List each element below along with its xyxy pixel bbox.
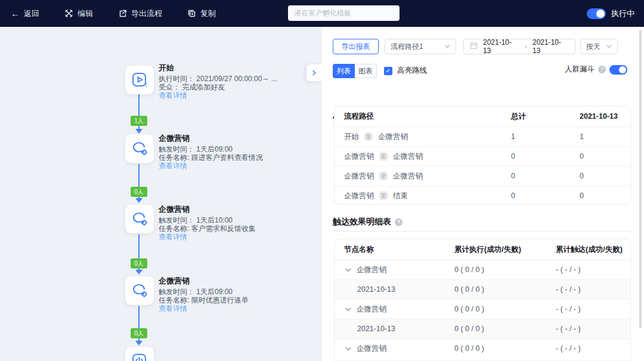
table-row[interactable]: 企微营销 0 ( 0 / 0 ) - ( - / - ) — [335, 260, 630, 279]
cell-exec: 0 ( 0 / 0 ) — [454, 344, 556, 353]
cell-touch: - ( - / - ) — [556, 305, 630, 313]
path-to: 企微营销 — [393, 152, 423, 162]
flow-name-input[interactable] — [288, 5, 400, 21]
audience-count-badge: 0人 — [131, 328, 147, 338]
view-detail-link[interactable]: 查看详情 — [159, 305, 314, 313]
path-to: 结束 — [393, 191, 408, 201]
connector-arrow-icon — [135, 129, 143, 134]
chat-bubble-icon — [131, 210, 148, 228]
view-detail-link[interactable]: 查看详情 — [159, 92, 314, 100]
cell-total: 1 — [511, 132, 580, 141]
cell-touch: - ( - / - ) — [556, 344, 630, 353]
copy-icon — [187, 9, 196, 18]
divider — [333, 231, 632, 232]
vertical-scrollbar[interactable] — [639, 30, 642, 328]
table-row[interactable]: 开始 至 企微营销 1 1 — [335, 126, 630, 146]
to-badge: 至 — [364, 132, 373, 141]
flow-canvas: 1人 0人 0人 0人 开始 执行时间： 2021/09/27 00:00:00… — [0, 27, 322, 361]
table-row[interactable]: 企微营销 至 结束 0 0 — [335, 186, 630, 205]
view-detail-link[interactable]: 查看详情 — [159, 233, 314, 241]
audience-count-badge: 1人 — [131, 116, 147, 126]
start-node[interactable] — [125, 66, 154, 94]
col-node-name: 节点名称 — [344, 245, 454, 255]
flow-path-value: 流程路径1 — [391, 42, 423, 52]
panel-collapse-handle[interactable] — [306, 64, 322, 81]
col-touch: 累计触达(成功/失败) — [556, 245, 630, 255]
node-title: 企微营销 — [159, 276, 314, 286]
date-separator: - — [525, 42, 527, 51]
date-start-value: 2021-10-13 — [483, 38, 519, 55]
audience-count-badge: 0人 — [131, 258, 147, 269]
wework-marketing-node[interactable] — [125, 276, 154, 305]
table-row[interactable]: 企微营销 0 ( 0 / 0 ) - ( - / - ) — [335, 299, 630, 319]
chevron-down-icon[interactable] — [345, 347, 351, 351]
node-info: 企微营销 触发时间： 1天后09:00 任务名称: 限时优惠进行逼单 查看详情 — [159, 276, 314, 313]
topbar: ← 返回 编辑 导出流程 复制 执行中 — [0, 0, 644, 27]
cell-touch: - ( - / - ) — [556, 325, 630, 333]
granularity-value: 按天 — [586, 42, 600, 52]
path-to: 企微营销 — [393, 171, 423, 181]
node-title: 企微营销 — [159, 204, 314, 215]
detail-table-header: 节点名称 累计执行(成功/失败) 累计触达(成功/失败) — [335, 239, 630, 260]
node-title: 企微营销 — [159, 133, 314, 144]
tab-chart[interactable]: 图表 — [355, 64, 377, 78]
connector-arrow-icon — [135, 270, 143, 274]
view-mode-tabs: 列表 图表 — [333, 64, 377, 78]
granularity-select[interactable]: 按天 — [580, 39, 618, 54]
view-detail-link[interactable]: 查看详情 — [159, 162, 314, 170]
table-subrow[interactable]: 2021-10-13 0 ( 0 / 0 ) - ( - / - ) — [335, 279, 630, 299]
wework-marketing-node[interactable] — [125, 205, 154, 233]
play-icon — [131, 71, 148, 89]
edit-button[interactable]: 编辑 — [64, 8, 93, 19]
copy-label: 复制 — [200, 8, 216, 19]
report-panel: 导出报表 流程路径1 2021-10-13 - 2021-10-13 按天 列表… — [322, 27, 644, 361]
power-icon — [131, 352, 148, 361]
path-from: 开始 — [344, 132, 359, 142]
export-flow-button[interactable]: 导出流程 — [118, 8, 162, 19]
back-label: 返回 — [24, 8, 39, 19]
node-info: 企微营销 触发时间： 1天后10:00 任务名称: 客户需求和反馈收集 查看详情 — [159, 204, 314, 241]
detail-section-title: 触达效果明细表 ? — [333, 217, 402, 227]
col-total: 总计 — [511, 112, 580, 122]
path-from: 企微营销 — [344, 191, 374, 201]
calendar-icon — [470, 42, 478, 51]
col-flow-path: 流程路径 — [344, 112, 511, 122]
help-icon[interactable]: ? — [598, 66, 606, 73]
export-report-button[interactable]: 导出报表 — [333, 39, 379, 54]
highlight-route-checkbox-row[interactable]: ✓ 高亮路线 — [384, 66, 427, 76]
table-subrow[interactable]: 2021-10-13 0 ( 0 / 0 ) - ( - / - ) — [335, 319, 630, 338]
node-trigger-time: 触发时间： 1天后09:00 — [159, 288, 314, 296]
funnel-toggle[interactable] — [609, 65, 627, 75]
table-row[interactable]: 企微营销 至 企微营销 0 0 — [335, 166, 630, 186]
cell-exec: 0 ( 0 / 0 ) — [454, 266, 556, 274]
flow-path-select[interactable]: 流程路径1 — [385, 39, 456, 54]
end-node[interactable] — [125, 347, 154, 361]
wework-marketing-node[interactable] — [125, 134, 154, 163]
path-from: 企微营销 — [344, 152, 374, 162]
cell-total: 0 — [511, 152, 580, 161]
help-icon[interactable]: ? — [395, 218, 402, 226]
chevron-down-icon[interactable] — [345, 307, 351, 311]
detail-title-text: 触达效果明细表 — [333, 217, 391, 227]
node-info: 开始 执行时间： 2021/09/27 00:00:00～ ... 受众： 完成… — [159, 63, 314, 100]
node-name: 企微营销 — [357, 265, 386, 275]
chevron-down-icon[interactable] — [345, 268, 351, 272]
to-badge: 至 — [379, 171, 388, 181]
tab-list[interactable]: 列表 — [333, 64, 355, 78]
summary-table: 流程路径 总计 2021-10-13 开始 至 企微营销 1 1 企微营销 至 … — [334, 106, 631, 205]
audience-funnel-control: 人群漏斗 ? — [565, 64, 627, 75]
chat-bubble-icon — [131, 282, 148, 300]
chevron-right-icon — [311, 70, 317, 76]
copy-button[interactable]: 复制 — [187, 8, 216, 19]
table-row[interactable]: 企微营销 至 企微营销 0 0 — [335, 146, 630, 166]
checkbox-checked-icon[interactable]: ✓ — [384, 67, 392, 75]
path-from: 企微营销 — [344, 171, 374, 181]
running-toggle[interactable] — [587, 8, 606, 19]
back-button[interactable]: ← 返回 — [11, 8, 39, 19]
sub-date: 2021-10-13 — [344, 285, 454, 294]
highlight-route-label: 高亮路线 — [397, 66, 427, 76]
date-range-picker[interactable]: 2021-10-13 - 2021-10-13 — [463, 39, 575, 54]
path-to: 企微营销 — [378, 132, 408, 142]
node-name: 企微营销 — [357, 304, 386, 314]
table-row[interactable]: 企微营销 0 ( 0 / 0 ) - ( - / - ) — [335, 338, 630, 358]
